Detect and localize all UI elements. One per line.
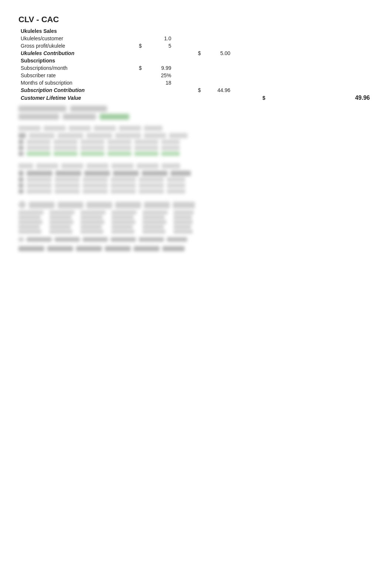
ukuleles-contribution-row: Ukuleles Contribution $ 5.00	[18, 50, 374, 57]
clv-val: 49.96	[268, 94, 374, 102]
gross-profit-val: 5	[144, 42, 173, 50]
gross-profit-label: Gross profit/ukulele	[18, 42, 122, 50]
gross-profit-dollar: $	[122, 42, 144, 50]
clv-row: Customer Lifetime Value $ 49.96	[18, 94, 374, 102]
page-title: CLV - CAC	[18, 15, 374, 24]
subscription-contribution-row: Subscription Contribution $ 44.96	[18, 86, 374, 94]
subscription-contribution-val: 44.96	[203, 86, 233, 94]
ukuleles-contribution-label: Ukuleles Contribution	[18, 50, 122, 57]
ukuleles-customer-label: Ukuleles/customer	[18, 35, 122, 42]
subscriptions-month-dollar: $	[122, 64, 144, 72]
clv-cac-table: Ukuleles Sales Ukuleles/customer 1.0 Gro…	[18, 27, 374, 102]
ukuleles-sales-header: Ukuleles Sales	[18, 27, 374, 35]
subscription-contribution-dollar: $	[173, 86, 203, 94]
ukuleles-sales-label: Ukuleles Sales	[18, 27, 122, 35]
blurred-section-4	[18, 201, 374, 251]
months-subscription-label: Months of subscription	[18, 79, 122, 86]
clv-dollar: $	[233, 94, 268, 102]
ukuleles-contribution-dollar: $	[173, 50, 203, 57]
blurred-section-3	[18, 163, 374, 194]
subscriber-rate-val: 25%	[144, 72, 173, 79]
subscription-contribution-label: Subscription Contribution	[18, 86, 122, 94]
subscriptions-month-row: Subscriptions/month $ 9.99	[18, 64, 374, 72]
months-subscription-row: Months of subscription 18	[18, 79, 374, 86]
ukuleles-customer-col1	[122, 35, 144, 42]
subscriptions-month-label: Subscriptions/month	[18, 64, 122, 72]
subscriber-rate-row: Subscriber rate 25%	[18, 72, 374, 79]
subscriber-rate-label: Subscriber rate	[18, 72, 122, 79]
subscriptions-month-val: 9.99	[144, 64, 173, 72]
gross-profit-row: Gross profit/ukulele $ 5	[18, 42, 374, 50]
ukuleles-customer-val: 1.0	[144, 35, 173, 42]
clv-label: Customer Lifetime Value	[18, 94, 122, 102]
ukuleles-contribution-val: 5.00	[203, 50, 233, 57]
subscriptions-header: Subscriptions	[18, 57, 374, 64]
blurred-section-1	[18, 106, 374, 120]
subscriptions-label: Subscriptions	[18, 57, 122, 64]
blurred-section-2	[18, 126, 374, 156]
ukuleles-customer-row: Ukuleles/customer 1.0	[18, 35, 374, 42]
months-subscription-val: 18	[144, 79, 173, 86]
